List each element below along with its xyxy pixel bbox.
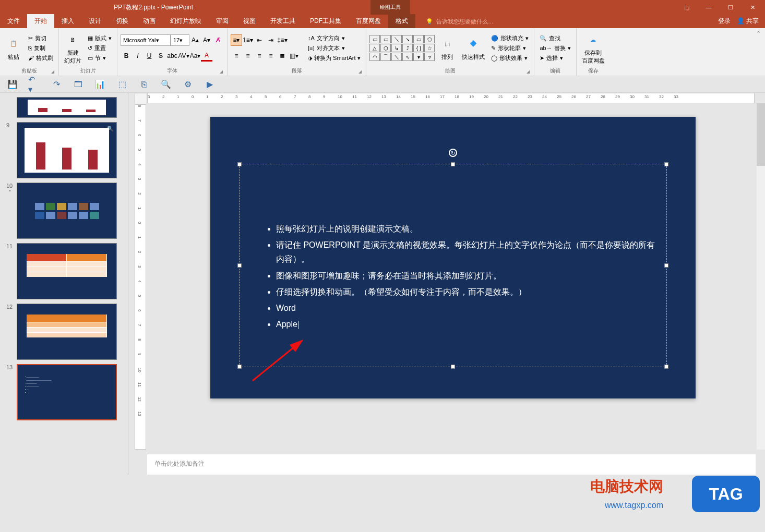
tab-transitions[interactable]: 切换 [109, 14, 136, 28]
reset-button[interactable]: ↺重置 [86, 44, 114, 53]
shape-item[interactable]: ▭ [380, 35, 391, 43]
rotate-handle[interactable]: ↻ [449, 149, 457, 157]
save-button[interactable]: 💾 [6, 78, 19, 91]
strike-button[interactable]: S [155, 50, 166, 62]
tab-design[interactable]: 设计 [81, 14, 109, 28]
slide-thumbnail[interactable]: • ——————• ————————————• —————• ——————• —… [17, 364, 117, 420]
cut-button[interactable]: ✂剪切 [26, 34, 55, 43]
resize-handle[interactable] [451, 365, 455, 369]
bullet-item[interactable]: 照每张幻灯片上的说明创建演示文稿。 [276, 222, 656, 236]
shape-item[interactable]: ▭ [413, 35, 424, 43]
tab-file[interactable]: 文件 [0, 14, 27, 28]
shape-item[interactable]: ⬡ [380, 44, 391, 52]
numbering-button[interactable]: 1≡▾ [242, 34, 254, 46]
qat-btn-8[interactable]: 🔍 [160, 78, 172, 91]
copy-button[interactable]: ⎘复制 [26, 44, 55, 53]
resize-handle[interactable] [237, 365, 242, 369]
redo-button[interactable]: ↷ [50, 78, 63, 91]
shapes-gallery[interactable]: ▭▭＼↘▭⬠ △⬡↳⤴{ }☆ ◠⌒＼∿▾▿ [369, 35, 435, 61]
clear-format-button[interactable]: A̸ [212, 34, 224, 46]
resize-handle[interactable] [237, 263, 242, 268]
bullet-item[interactable]: Word [276, 301, 656, 315]
shape-item[interactable]: ▾ [413, 53, 424, 61]
section-button[interactable]: ▭节 ▾ [86, 54, 114, 63]
notes-pane[interactable]: 单击此处添加备注 [147, 454, 756, 475]
new-slide-button[interactable]: 🗎 新建 幻灯片 [62, 30, 83, 66]
shape-item[interactable]: ⤴ [402, 44, 413, 52]
close-button[interactable]: ✕ [742, 1, 763, 14]
italic-button[interactable]: I [132, 50, 144, 62]
dialog-launcher-icon[interactable]: ◢ [51, 69, 54, 74]
qat-btn-5[interactable]: 📊 [94, 78, 106, 91]
shape-outline-button[interactable]: ✎形状轮廓 ▾ [489, 44, 531, 53]
smartart-button[interactable]: ⬗转换为 SmartArt ▾ [306, 54, 363, 63]
tab-insert[interactable]: 插入 [54, 14, 81, 28]
tab-baidu[interactable]: 百度网盘 [349, 14, 388, 28]
shape-item[interactable]: ↘ [402, 35, 413, 43]
columns-button[interactable]: ▥▾ [288, 50, 300, 62]
dec-indent-button[interactable]: ⇤ [254, 34, 265, 46]
horizontal-ruler[interactable]: 3210123456789101112131415161718192021222… [147, 93, 755, 103]
find-button[interactable]: 🔍查找 [537, 34, 572, 43]
slide-thumbnail[interactable]: 🔍 [17, 122, 117, 178]
shape-item[interactable]: ＼ [391, 35, 402, 43]
signin-link[interactable]: 登录 [718, 17, 731, 26]
content-textbox[interactable]: ↻ 照每张幻灯片上的说明创建演示文稿。请记住 POWERPOINT 是演示文稿的… [239, 164, 667, 367]
arrange-button[interactable]: ⬚ 排列 [437, 34, 458, 62]
tab-home[interactable]: 开始 [27, 14, 54, 28]
scrollbar-thumb[interactable] [757, 103, 765, 166]
bullet-item[interactable]: 仔细选择切换和动画。（希望受众如何专注于内容，而不是效果。） [276, 285, 656, 299]
slide-thumbnail[interactable] [17, 183, 117, 239]
replace-button[interactable]: ab→替换 ▾ [537, 44, 572, 53]
save-to-baidu-button[interactable]: ☁ 保存到 百度网盘 [580, 30, 607, 66]
ribbon-display-options-button[interactable]: ⬚ [676, 1, 697, 14]
align-right-button[interactable]: ≡ [254, 50, 265, 62]
shape-item[interactable]: ▭ [369, 35, 380, 43]
dialog-launcher-icon[interactable]: ◢ [358, 69, 362, 74]
underline-button[interactable]: U [144, 50, 155, 62]
shape-item[interactable]: △ [369, 44, 380, 52]
undo-button[interactable]: ↶ ▾ [28, 78, 41, 91]
share-button[interactable]: 👤 共享 [737, 17, 759, 26]
paste-button[interactable]: 📋 粘贴 [3, 34, 24, 62]
resize-handle[interactable] [664, 263, 668, 268]
shadow-button[interactable]: abc [166, 50, 178, 62]
tab-developer[interactable]: 开发工具 [263, 14, 303, 28]
shrink-font-button[interactable]: A▾ [201, 34, 212, 46]
tab-view[interactable]: 视图 [236, 14, 263, 28]
line-spacing-button[interactable]: ‡≡▾ [277, 34, 288, 46]
resize-handle[interactable] [451, 162, 455, 166]
shape-item[interactable]: ↳ [391, 44, 402, 52]
tab-format[interactable]: 格式 [388, 14, 415, 28]
qat-btn-7[interactable]: ⎘ [138, 78, 150, 91]
resize-handle[interactable] [664, 162, 668, 166]
bullet-item[interactable]: Apple [276, 317, 656, 331]
minimize-button[interactable]: — [698, 1, 719, 14]
align-left-button[interactable]: ≡ [231, 50, 242, 62]
select-button[interactable]: ➤选择 ▾ [537, 54, 572, 63]
shape-item[interactable]: ▿ [424, 53, 435, 61]
shape-item[interactable]: ⬠ [424, 35, 435, 43]
spacing-button[interactable]: AV▾ [178, 50, 189, 62]
slide-canvas[interactable]: ↻ 照每张幻灯片上的说明创建演示文稿。请记住 POWERPOINT 是演示文稿的… [210, 117, 696, 398]
font-color-button[interactable]: A [201, 50, 212, 62]
shape-effects-button[interactable]: ◯形状效果 ▾ [489, 54, 531, 63]
dialog-launcher-icon[interactable]: ◢ [527, 69, 530, 74]
inc-indent-button[interactable]: ⇥ [265, 34, 277, 46]
shape-item[interactable]: ◠ [369, 53, 380, 61]
tab-slideshow[interactable]: 幻灯片放映 [163, 14, 209, 28]
bold-button[interactable]: B [121, 50, 132, 62]
dialog-launcher-icon[interactable]: ◢ [220, 69, 223, 74]
bullet-item[interactable]: 请记住 POWERPOINT 是演示文稿的视觉效果。每张幻灯片上的文字仅作为论点… [276, 238, 656, 266]
maximize-button[interactable]: ☐ [720, 1, 741, 14]
bullet-item[interactable]: 图像和图形可增加趣味；请务必在适当时将其添加到幻灯片。 [276, 269, 656, 283]
vertical-ruler[interactable]: 87654321012345678910111213 [135, 104, 146, 450]
qat-btn-10[interactable]: ▶ [204, 78, 216, 91]
shape-item[interactable]: ∿ [402, 53, 413, 61]
slide-thumbnail[interactable] [17, 304, 117, 360]
shape-item[interactable]: { } [413, 44, 424, 52]
collapse-ribbon-button[interactable]: ⌃ [752, 28, 765, 76]
text-direction-button[interactable]: ↕A文字方向 ▾ [306, 34, 363, 43]
change-case-button[interactable]: Aa▾ [189, 50, 201, 62]
align-text-button[interactable]: [≡]对齐文本 ▾ [306, 44, 363, 53]
